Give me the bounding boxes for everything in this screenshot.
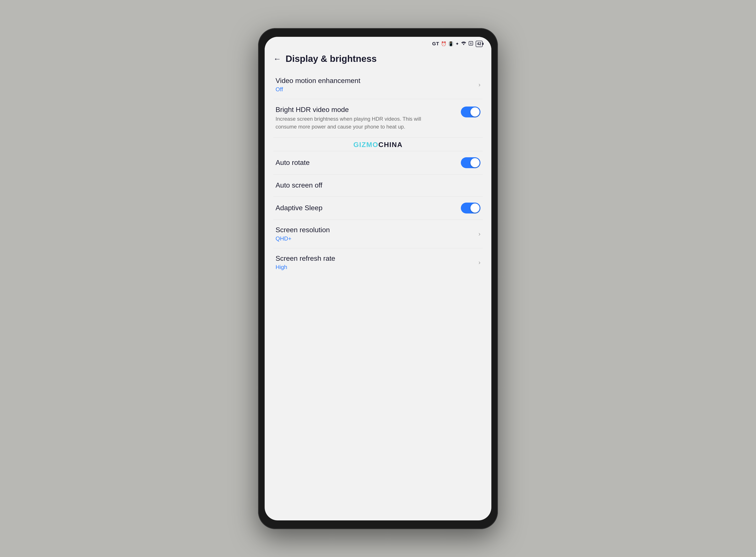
back-button[interactable]: ← bbox=[273, 54, 281, 63]
toggle-knob-rotate bbox=[470, 158, 480, 167]
setting-item-left: Video motion enhancement Off bbox=[276, 77, 478, 93]
setting-item-left-rotate: Auto rotate bbox=[276, 158, 461, 167]
setting-item-left-resolution: Screen resolution QHD+ bbox=[276, 226, 478, 242]
setting-name-adaptive-sleep: Adaptive Sleep bbox=[276, 204, 461, 212]
setting-item-left-hdr: Bright HDR video mode Increase screen br… bbox=[276, 106, 461, 131]
setting-item-adaptive-sleep: Adaptive Sleep bbox=[264, 197, 492, 219]
setting-name-refresh-rate: Screen refresh rate bbox=[276, 255, 478, 263]
watermark: GIZMOCHINA bbox=[264, 138, 492, 151]
setting-value-resolution: QHD+ bbox=[276, 235, 478, 242]
status-icons: GT ⏰ 📳 ✦ X 4 bbox=[432, 41, 483, 47]
phone-device: GT ⏰ 📳 ✦ X 4 bbox=[258, 28, 498, 529]
svg-text:X: X bbox=[470, 42, 472, 45]
setting-value-video-motion: Off bbox=[276, 86, 478, 93]
sim-error-icon: X bbox=[468, 41, 474, 47]
watermark-gizmo: GIZMO bbox=[353, 141, 379, 149]
status-bar: GT ⏰ 📳 ✦ X 4 bbox=[264, 37, 492, 49]
setting-item-left-screen-off: Auto screen off bbox=[276, 181, 480, 189]
toggle-knob-sleep bbox=[470, 203, 480, 213]
setting-name-hdr: Bright HDR video mode bbox=[276, 106, 461, 114]
settings-list: Video motion enhancement Off › Bright HD… bbox=[264, 70, 492, 277]
setting-item-left-sleep: Adaptive Sleep bbox=[276, 204, 461, 212]
bluetooth-icon: ✦ bbox=[455, 41, 459, 47]
setting-item-refresh-rate[interactable]: Screen refresh rate High › bbox=[264, 248, 492, 277]
setting-item-left-refresh: Screen refresh rate High bbox=[276, 255, 478, 270]
brand-label: GT bbox=[432, 41, 439, 47]
chevron-right-refresh-icon: › bbox=[478, 259, 480, 266]
toggle-adaptive-sleep[interactable] bbox=[461, 203, 480, 213]
setting-name-auto-screen-off: Auto screen off bbox=[276, 181, 480, 189]
chevron-right-icon: › bbox=[478, 81, 480, 88]
setting-item-hdr: Bright HDR video mode Increase screen br… bbox=[264, 99, 492, 137]
battery-level: 42 bbox=[477, 41, 481, 46]
toggle-knob-hdr bbox=[470, 108, 480, 117]
battery-indicator: 42 bbox=[476, 41, 483, 47]
toggle-hdr[interactable] bbox=[461, 107, 480, 117]
page-header: ← Display & brightness bbox=[264, 49, 492, 70]
phone-screen: GT ⏰ 📳 ✦ X 4 bbox=[264, 37, 492, 520]
setting-item-auto-rotate: Auto rotate bbox=[264, 151, 492, 174]
setting-item-video-motion[interactable]: Video motion enhancement Off › bbox=[264, 70, 492, 99]
setting-name-auto-rotate: Auto rotate bbox=[276, 158, 461, 167]
watermark-china: CHINA bbox=[379, 141, 403, 149]
setting-desc-hdr: Increase screen brightness when playing … bbox=[276, 115, 428, 131]
vibrate-icon: 📳 bbox=[448, 41, 454, 47]
wifi-icon bbox=[461, 41, 467, 47]
setting-name-video-motion: Video motion enhancement bbox=[276, 77, 478, 85]
chevron-right-resolution-icon: › bbox=[478, 231, 480, 237]
setting-name-resolution: Screen resolution bbox=[276, 226, 478, 234]
page-title: Display & brightness bbox=[286, 54, 377, 64]
setting-item-screen-resolution[interactable]: Screen resolution QHD+ › bbox=[264, 220, 492, 248]
setting-item-auto-screen-off[interactable]: Auto screen off bbox=[264, 175, 492, 196]
alarm-icon: ⏰ bbox=[441, 41, 446, 47]
toggle-auto-rotate[interactable] bbox=[461, 157, 480, 168]
setting-value-refresh-rate: High bbox=[276, 264, 478, 270]
